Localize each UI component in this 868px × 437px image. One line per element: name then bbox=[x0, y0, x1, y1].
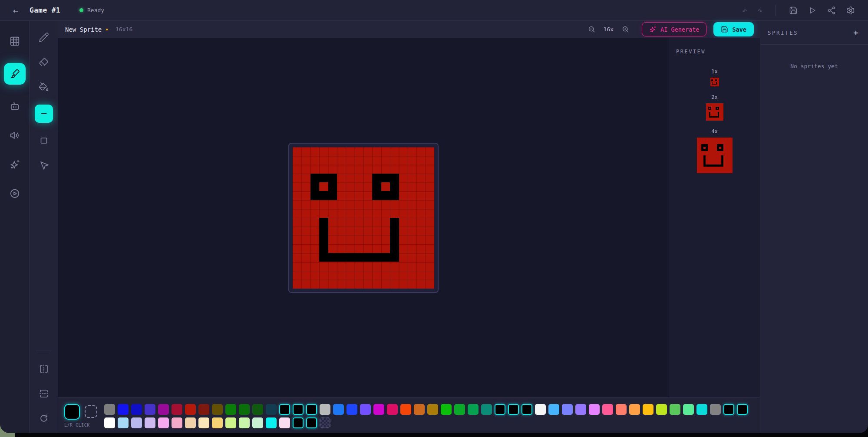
pixel-cell[interactable] bbox=[293, 271, 301, 279]
pixel-cell[interactable] bbox=[346, 174, 354, 182]
pixel-cell[interactable] bbox=[346, 218, 354, 227]
pixel-cell[interactable] bbox=[416, 227, 425, 235]
pixel-cell[interactable] bbox=[408, 262, 416, 270]
pixel-cell[interactable] bbox=[426, 235, 434, 244]
pixel-cell[interactable] bbox=[355, 174, 363, 182]
pixel-cell[interactable] bbox=[346, 209, 354, 217]
pixel-cell[interactable] bbox=[381, 235, 390, 244]
pixel-cell[interactable] bbox=[390, 262, 399, 270]
pixel-cell[interactable] bbox=[319, 156, 328, 164]
pixel-cell[interactable] bbox=[363, 218, 372, 227]
pixel-cell[interactable] bbox=[337, 200, 346, 209]
pixel-cell[interactable] bbox=[319, 174, 328, 182]
pixel-cell[interactable] bbox=[293, 262, 301, 270]
pixel-cell[interactable] bbox=[372, 244, 381, 253]
pixel-cell[interactable] bbox=[381, 174, 390, 182]
pixel-cell[interactable] bbox=[399, 209, 408, 217]
pixel-cell[interactable] bbox=[346, 147, 354, 156]
pixel-cell[interactable] bbox=[293, 244, 301, 253]
pixel-cell[interactable] bbox=[381, 262, 390, 270]
pixel-cell[interactable] bbox=[363, 209, 372, 217]
pixel-cell[interactable] bbox=[426, 279, 434, 288]
pixel-cell[interactable] bbox=[301, 191, 310, 200]
palette-swatch[interactable] bbox=[454, 404, 465, 415]
pixel-cell[interactable] bbox=[372, 191, 381, 200]
zoom-in-button[interactable] bbox=[620, 23, 631, 35]
primary-color-swatch[interactable] bbox=[64, 404, 80, 420]
secondary-color-swatch[interactable] bbox=[85, 405, 97, 418]
pixel-cell[interactable] bbox=[381, 147, 390, 156]
pixel-cell[interactable] bbox=[328, 191, 337, 200]
pixel-cell[interactable] bbox=[293, 191, 301, 200]
pixel-cell[interactable] bbox=[346, 156, 354, 164]
pixel-cell[interactable] bbox=[381, 227, 390, 235]
zoom-out-button[interactable] bbox=[586, 23, 597, 35]
pixel-cell[interactable] bbox=[301, 235, 310, 244]
pixel-cell[interactable] bbox=[337, 235, 346, 244]
pixel-cell[interactable] bbox=[293, 227, 301, 235]
palette-swatch[interactable] bbox=[158, 417, 169, 428]
tool-rectangle[interactable] bbox=[37, 134, 51, 148]
pixel-cell[interactable] bbox=[381, 164, 390, 173]
pixel-cell[interactable] bbox=[301, 227, 310, 235]
pixel-cell[interactable] bbox=[416, 235, 425, 244]
pixel-cell[interactable] bbox=[301, 209, 310, 217]
pixel-cell[interactable] bbox=[310, 244, 319, 253]
palette-swatch[interactable] bbox=[481, 404, 492, 415]
pixel-cell[interactable] bbox=[310, 262, 319, 270]
share-button[interactable] bbox=[825, 4, 838, 16]
pixel-cell[interactable] bbox=[310, 253, 319, 262]
palette-swatch[interactable] bbox=[575, 404, 586, 415]
palette-swatch[interactable] bbox=[225, 404, 236, 415]
pixel-cell[interactable] bbox=[426, 200, 434, 209]
pixel-cell[interactable] bbox=[355, 227, 363, 235]
pixel-cell[interactable] bbox=[408, 200, 416, 209]
palette-swatch[interactable] bbox=[589, 404, 600, 415]
palette-swatch[interactable] bbox=[131, 417, 142, 428]
pixel-cell[interactable] bbox=[399, 262, 408, 270]
pixel-cell[interactable] bbox=[301, 182, 310, 191]
pixel-cell[interactable] bbox=[390, 182, 399, 191]
pixel-cell[interactable] bbox=[363, 262, 372, 270]
palette-swatch[interactable] bbox=[602, 404, 613, 415]
tool-flip-horizontal[interactable] bbox=[37, 362, 51, 376]
pixel-cell[interactable] bbox=[337, 156, 346, 164]
pixel-cell[interactable] bbox=[399, 182, 408, 191]
pixel-cell[interactable] bbox=[319, 271, 328, 279]
pixel-cell[interactable] bbox=[372, 227, 381, 235]
tool-rotate[interactable] bbox=[37, 411, 51, 425]
palette-swatch[interactable] bbox=[360, 404, 371, 415]
pixel-cell[interactable] bbox=[408, 182, 416, 191]
pixel-cell[interactable] bbox=[310, 156, 319, 164]
pixel-cell[interactable] bbox=[328, 262, 337, 270]
pixel-cell[interactable] bbox=[328, 182, 337, 191]
pixel-cell[interactable] bbox=[337, 227, 346, 235]
palette-swatch[interactable] bbox=[252, 404, 263, 415]
pixel-cell[interactable] bbox=[301, 253, 310, 262]
pixel-cell[interactable] bbox=[301, 156, 310, 164]
pixel-cell[interactable] bbox=[372, 174, 381, 182]
palette-swatch[interactable] bbox=[118, 417, 129, 428]
pixel-cell[interactable] bbox=[408, 271, 416, 279]
tool-flip-vertical[interactable] bbox=[37, 387, 51, 401]
palette-swatch[interactable] bbox=[710, 404, 721, 415]
pixel-cell[interactable] bbox=[355, 191, 363, 200]
palette-swatch[interactable] bbox=[441, 404, 452, 415]
palette-swatch[interactable] bbox=[548, 404, 559, 415]
palette-swatch[interactable] bbox=[656, 404, 667, 415]
pixel-cell[interactable] bbox=[372, 164, 381, 173]
pixel-cell[interactable] bbox=[346, 253, 354, 262]
pixel-cell[interactable] bbox=[328, 218, 337, 227]
pixel-cell[interactable] bbox=[355, 209, 363, 217]
pixel-cell[interactable] bbox=[301, 174, 310, 182]
palette-swatch[interactable] bbox=[468, 404, 479, 415]
palette-swatch[interactable] bbox=[279, 417, 290, 428]
palette-swatch[interactable] bbox=[104, 417, 115, 428]
run-button[interactable] bbox=[806, 4, 818, 16]
pixel-cell[interactable] bbox=[408, 164, 416, 173]
pixel-cell[interactable] bbox=[293, 235, 301, 244]
pixel-cell[interactable] bbox=[328, 147, 337, 156]
pixel-cell[interactable] bbox=[408, 191, 416, 200]
pixel-cell[interactable] bbox=[372, 218, 381, 227]
pixel-cell[interactable] bbox=[310, 191, 319, 200]
